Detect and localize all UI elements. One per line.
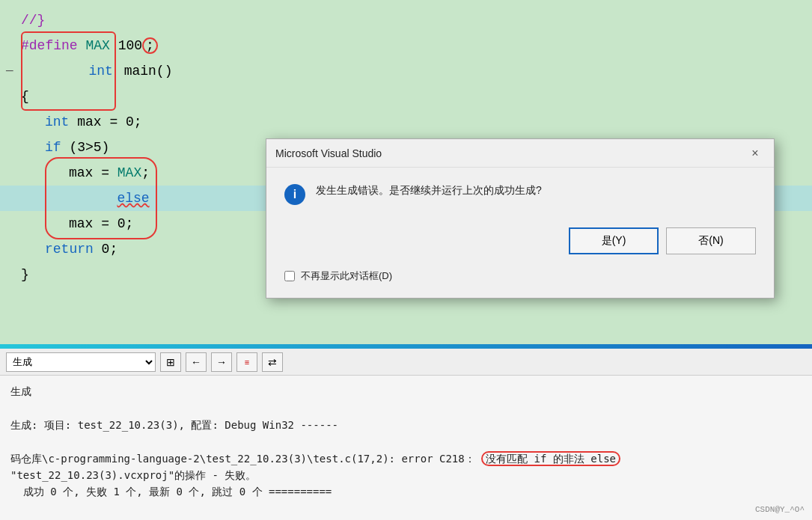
code-comment: //} <box>21 7 45 33</box>
modal-message-row: i 发生生成错误。是否继续并运行上次的成功生成? <box>284 183 756 205</box>
if-keyword: if <box>45 135 61 160</box>
modal-title: Microsoft Visual Studio <box>275 147 382 159</box>
code-return-val: 0; <box>94 236 117 262</box>
code-max-var: max = 0; <box>69 109 141 135</box>
modal-close-button[interactable]: × <box>745 144 765 163</box>
dont-show-checkbox[interactable] <box>284 271 295 281</box>
toolbar-btn-5[interactable]: ⇄ <box>262 352 283 372</box>
modal-body: i 发生生成错误。是否继续并运行上次的成功生成? 是(Y) 否(N) 不再显示此… <box>266 168 774 298</box>
semicolon-circled: ; <box>142 37 158 54</box>
output-line-3: 生成: 项目: test_22_10.23(3), 配置: Debug Win3… <box>10 417 802 433</box>
output-line-2 <box>10 400 802 416</box>
else-keyword: else <box>117 191 149 206</box>
bottom-toolbar: 生成 ⊞ ← → ≡ ⇄ <box>0 349 812 376</box>
no-button[interactable]: 否(N) <box>666 227 756 254</box>
modal-dialog[interactable]: Microsoft Visual Studio × i 发生生成错误。是否继续并… <box>266 138 775 299</box>
bottom-panel: 生成 ⊞ ← → ≡ ⇄ 生成 生成: 项目: test_22_10.23(3)… <box>0 349 812 520</box>
output-line-7: 成功 0 个, 失败 1 个, 最新 0 个, 跳过 0 个 =========… <box>10 483 802 500</box>
modal-message-text: 发生生成错误。是否继续并运行上次的成功生成? <box>316 183 542 198</box>
line-indicator-3: — <box>6 58 21 84</box>
code-line-1: //} <box>0 7 812 33</box>
output-line-6: "test_22_10.23(3).vcxproj"的操作 - 失败。 <box>10 467 802 483</box>
code-if-cond: (3>5) <box>61 135 110 160</box>
info-icon: i <box>284 184 305 205</box>
int-keyword-2: int <box>45 109 69 135</box>
code-line-4: { <box>0 84 812 109</box>
toolbar-btn-3[interactable]: → <box>211 352 232 372</box>
code-brace-close: } <box>21 262 29 287</box>
code-main: main() <box>116 58 173 84</box>
output-line-1: 生成 <box>10 383 802 400</box>
modal-buttons: 是(Y) 否(N) <box>284 227 756 254</box>
int-keyword-boxed: int <box>21 31 116 111</box>
error-highlight: 没有匹配 if 的非法 else <box>481 451 620 466</box>
int-keyword: int <box>88 64 112 79</box>
code-brace-open: { <box>21 84 29 109</box>
code-line-3: — int main() <box>0 58 812 84</box>
watermark: CSDN@Y_^O^ <box>755 505 805 514</box>
output-type-select[interactable]: 生成 <box>6 352 156 372</box>
code-line-5: int max = 0; <box>0 109 812 135</box>
code-line-2: #define MAX 100 ; <box>0 33 812 58</box>
output-line-4 <box>10 433 802 450</box>
modal-checkbox-row: 不再显示此对话框(D) <box>284 269 756 283</box>
output-area: 生成 生成: 项目: test_22_10.23(3), 配置: Debug W… <box>0 376 812 508</box>
toolbar-btn-2[interactable]: ← <box>186 352 207 372</box>
dont-show-label: 不再显示此对话框(D) <box>301 269 392 283</box>
output-line-5: 码仓库\c-programming-language-2\test_22_10.… <box>10 450 802 467</box>
modal-titlebar: Microsoft Visual Studio × <box>266 139 774 168</box>
return-keyword: return <box>45 236 94 262</box>
toolbar-btn-1[interactable]: ⊞ <box>160 352 181 372</box>
code-max-zero: max = 0; <box>69 211 133 236</box>
yes-button[interactable]: 是(Y) <box>569 227 659 254</box>
code-100: 100 <box>118 33 142 58</box>
toolbar-btn-4[interactable]: ≡ <box>236 352 257 372</box>
